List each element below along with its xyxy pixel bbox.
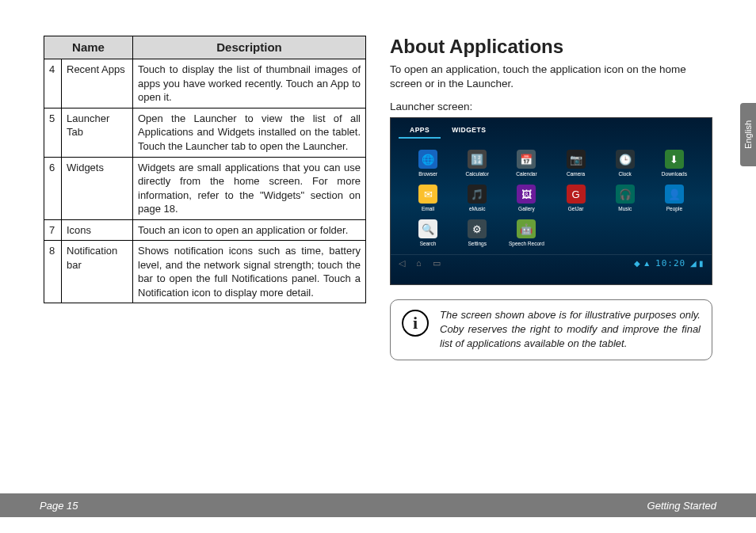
ui-elements-table: Name Description 4 Recent Apps Touch to …: [44, 36, 366, 303]
app-label: Gallery: [518, 206, 535, 211]
app-label: eMusic: [469, 206, 486, 211]
app-icon: 📅: [517, 150, 536, 169]
row-num: 5: [44, 108, 62, 157]
row-num: 8: [44, 241, 62, 303]
app-icon: 🎵: [468, 185, 487, 204]
row-desc: Shows notification icons such as time, b…: [133, 241, 366, 303]
app-label: Downloads: [662, 171, 687, 177]
footer: Page 15 Getting Started: [0, 493, 756, 517]
table-row: 5 Launcher Tab Open the Launcher to view…: [44, 108, 366, 157]
th-name: Name: [44, 36, 133, 59]
app-people[interactable]: 👤People: [653, 185, 696, 211]
table-row: 7 Icons Touch an icon to open an applica…: [44, 219, 366, 241]
app-label: GetJar: [568, 206, 584, 211]
app-icon: 🖼: [517, 185, 536, 204]
clock: 10:20: [655, 258, 685, 268]
tab-apps[interactable]: APPS: [399, 123, 441, 139]
info-icon: i: [402, 310, 429, 337]
app-camera[interactable]: 📷Camera: [555, 150, 598, 177]
app-calculator[interactable]: 🔢Calculator: [456, 150, 498, 177]
app-settings[interactable]: ⚙Settings: [456, 219, 498, 246]
screen-label: Launcher screen:: [390, 101, 712, 112]
app-gallery[interactable]: 🖼Gallery: [505, 185, 548, 211]
row-name: Launcher Tab: [62, 108, 133, 157]
app-speech-record[interactable]: 🤖Speech Record: [505, 219, 548, 246]
app-email[interactable]: ✉Email: [407, 185, 449, 211]
th-desc: Description: [133, 36, 366, 59]
app-label: Clock: [619, 171, 632, 177]
row-desc: Open the Launcher to view the list of al…: [133, 108, 366, 157]
app-label: Browser: [418, 171, 437, 177]
home-icon[interactable]: ⌂: [416, 258, 422, 268]
app-icon: 🕒: [616, 150, 635, 169]
section-title: About Applications: [390, 36, 712, 58]
app-grid: 🌐Browser🔢Calculator📅Calendar📷Camera🕒Cloc…: [391, 139, 712, 254]
app-label: Email: [422, 206, 434, 211]
app-icon: ⬇: [665, 150, 684, 169]
table-row: 8 Notification bar Shows notification ic…: [44, 241, 366, 303]
app-downloads[interactable]: ⬇Downloads: [653, 150, 696, 177]
launcher-screenshot: APPS WIDGETS 🌐Browser🔢Calculator📅Calenda…: [390, 117, 712, 285]
row-name: Widgets: [62, 157, 133, 219]
app-clock[interactable]: 🕒Clock: [604, 150, 647, 177]
intro-text: To open an application, touch the applic…: [390, 63, 712, 91]
row-desc: Touch to display the list of thumbnail i…: [133, 59, 366, 109]
app-label: Speech Record: [509, 241, 544, 246]
left-column: Name Description 4 Recent Apps Touch to …: [44, 36, 366, 478]
tab-widgets[interactable]: WIDGETS: [441, 123, 497, 139]
signal-icon: ◢ ▮: [690, 259, 704, 268]
app-calendar[interactable]: 📅Calendar: [505, 150, 548, 177]
row-num: 4: [44, 59, 62, 109]
app-label: People: [666, 206, 682, 211]
row-name: Notification bar: [62, 241, 133, 303]
nav-bar: ◁ ⌂ ▭ ◆ ▲ 10:20 ◢ ▮: [391, 254, 712, 270]
app-label: Calendar: [516, 171, 536, 177]
table-row: 4 Recent Apps Touch to display the list …: [44, 59, 366, 109]
app-icon: 🤖: [517, 219, 536, 238]
app-icon: 🔍: [418, 219, 437, 238]
right-column: About Applications To open an applicatio…: [390, 36, 712, 478]
page-number: Page 15: [40, 500, 78, 512]
row-desc: Widgets are small applications that you …: [133, 157, 366, 219]
app-browser[interactable]: 🌐Browser: [407, 150, 449, 177]
row-num: 7: [44, 219, 62, 241]
app-getjar[interactable]: GGetJar: [555, 185, 598, 211]
back-icon[interactable]: ◁: [399, 258, 405, 268]
app-icon: 🎧: [616, 185, 635, 204]
app-label: Settings: [468, 241, 487, 246]
app-label: Calculator: [466, 171, 489, 177]
app-icon: 🔢: [468, 150, 487, 169]
note-text: The screen shown above is for illustrati…: [440, 308, 701, 350]
footer-section: Getting Started: [647, 500, 716, 512]
app-search[interactable]: 🔍Search: [407, 219, 449, 246]
launcher-tabs: APPS WIDGETS: [391, 118, 712, 139]
app-icon: 👤: [665, 185, 684, 204]
app-emusic[interactable]: 🎵eMusic: [456, 185, 498, 211]
note-box: i The screen shown above is for illustra…: [390, 299, 712, 360]
app-icon: G: [567, 185, 586, 204]
row-name: Icons: [62, 219, 133, 241]
row-name: Recent Apps: [62, 59, 133, 109]
table-row: 6 Widgets Widgets are small applications…: [44, 157, 366, 219]
app-label: Search: [420, 241, 437, 246]
app-label: Camera: [567, 171, 585, 177]
wifi-icon: ◆ ▲: [634, 259, 651, 268]
row-num: 6: [44, 157, 62, 219]
language-tab: English: [740, 103, 756, 166]
app-icon: 📷: [567, 150, 586, 169]
recent-icon[interactable]: ▭: [433, 258, 441, 268]
row-desc: Touch an icon to open an application or …: [133, 219, 366, 241]
app-label: Music: [618, 206, 632, 211]
app-icon: ✉: [418, 185, 437, 204]
page-content: Name Description 4 Recent Apps Touch to …: [44, 36, 712, 478]
app-icon: 🌐: [418, 150, 437, 169]
app-icon: ⚙: [468, 219, 487, 238]
app-music[interactable]: 🎧Music: [604, 185, 647, 211]
